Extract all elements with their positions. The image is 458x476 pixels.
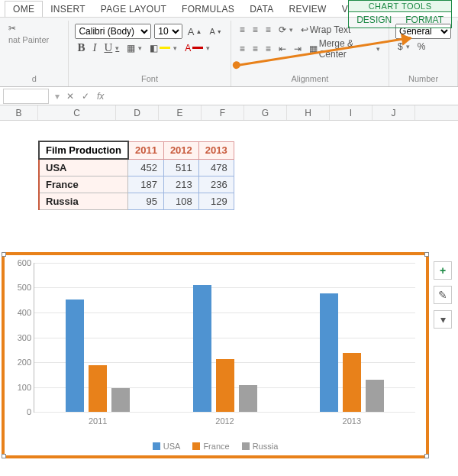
border-button[interactable]: ▦ — [124, 42, 144, 54]
bar-usa[interactable] — [193, 285, 211, 412]
font-color-button[interactable]: A — [182, 42, 212, 54]
align-center-button[interactable]: ≡ — [250, 43, 260, 55]
bar-france[interactable] — [343, 353, 361, 412]
table-row[interactable]: USA 452 511 478 — [39, 159, 234, 176]
resize-handle[interactable] — [424, 454, 429, 458]
chart-styles-button[interactable]: ✎ — [434, 286, 452, 304]
row-label-0[interactable]: USA — [39, 159, 128, 176]
format-painter-label[interactable]: nat Painter — [6, 34, 51, 45]
align-left-button[interactable]: ≡ — [237, 43, 247, 55]
cancel-button[interactable]: ✕ — [63, 91, 78, 102]
year-header-1[interactable]: 2012 — [163, 141, 198, 159]
y-tick-label: 0 — [8, 407, 31, 416]
name-box-dropdown[interactable]: ▾ — [52, 91, 63, 102]
underline-button[interactable]: U — [102, 40, 121, 55]
col-F[interactable]: F — [202, 105, 244, 120]
table-corner[interactable]: Film Production — [39, 141, 128, 159]
increase-font-button[interactable]: A▲ — [185, 25, 205, 38]
cell[interactable]: 187 — [128, 176, 163, 193]
legend-label: France — [203, 442, 229, 451]
tab-format[interactable]: FORMAT — [405, 15, 443, 25]
cell[interactable]: 213 — [163, 176, 198, 193]
bar-cluster[interactable] — [320, 293, 384, 412]
bar-usa[interactable] — [320, 293, 338, 412]
gridline — [34, 263, 415, 264]
bold-button[interactable]: B — [75, 40, 87, 55]
bar-cluster[interactable] — [66, 300, 130, 412]
cell[interactable]: 452 — [128, 159, 163, 176]
col-I[interactable]: I — [330, 105, 373, 120]
tab-page-layout[interactable]: PAGE LAYOUT — [93, 2, 174, 17]
table-row[interactable]: France 187 213 236 — [39, 176, 234, 193]
chart-side-buttons: + ✎ ▾ — [434, 261, 452, 329]
year-header-0[interactable]: 2011 — [128, 141, 163, 159]
name-box[interactable] — [3, 89, 49, 104]
col-J[interactable]: J — [373, 105, 415, 120]
cell[interactable]: 478 — [198, 159, 234, 176]
align-bottom-button[interactable]: ≡ — [263, 24, 273, 36]
group-number-label: Number — [395, 73, 451, 85]
cell[interactable]: 108 — [163, 193, 198, 210]
bar-france[interactable] — [89, 365, 107, 412]
legend-label: Russia — [253, 442, 279, 451]
col-H[interactable]: H — [287, 105, 330, 120]
cell[interactable]: 236 — [198, 176, 234, 193]
bar-russia[interactable] — [366, 380, 384, 412]
tab-formulas[interactable]: FORMULAS — [174, 2, 242, 17]
col-B[interactable]: B — [0, 105, 38, 120]
percent-button[interactable]: % — [415, 40, 428, 53]
decrease-font-button[interactable]: A▼ — [207, 26, 224, 37]
col-C[interactable]: C — [38, 105, 116, 120]
x-tick-label: 2011 — [89, 416, 107, 426]
enter-button[interactable]: ✓ — [78, 91, 93, 102]
row-label-1[interactable]: France — [39, 176, 128, 193]
fx-button[interactable]: fx — [93, 91, 108, 102]
align-top-button[interactable]: ≡ — [237, 24, 247, 36]
tab-design[interactable]: DESIGN — [356, 15, 392, 25]
chart-legend[interactable]: USA France Russia — [5, 442, 426, 451]
chart-filter-button[interactable]: ▾ — [434, 310, 452, 329]
chart-object[interactable]: 0100200300400500600201120122013 USA Fran… — [2, 252, 429, 458]
column-headers: B C D E F G H I J — [0, 105, 458, 121]
plot-area[interactable]: 0100200300400500600201120122013 — [34, 263, 415, 413]
font-size-select[interactable]: 10 — [154, 24, 182, 39]
italic-button[interactable]: I — [90, 40, 98, 55]
decrease-indent-button[interactable]: ⇤ — [276, 43, 289, 55]
bar-france[interactable] — [216, 359, 234, 412]
resize-handle[interactable] — [2, 454, 6, 458]
wrap-text-button[interactable]: ↩ Wrap Text — [298, 24, 353, 36]
tab-insert[interactable]: INSERT — [43, 2, 93, 17]
resize-handle[interactable] — [424, 252, 429, 257]
col-E[interactable]: E — [159, 105, 202, 120]
align-right-button[interactable]: ≡ — [263, 43, 273, 55]
tab-data[interactable]: DATA — [242, 2, 281, 17]
tab-home[interactable]: OME — [5, 1, 43, 17]
bar-russia[interactable] — [239, 385, 257, 412]
year-header-2[interactable]: 2013 — [198, 141, 234, 159]
col-G[interactable]: G — [244, 105, 287, 120]
bar-russia[interactable] — [111, 388, 130, 412]
legend-swatch-usa — [153, 442, 160, 450]
tab-review[interactable]: REVIEW — [282, 2, 334, 17]
table-row[interactable]: Russia 95 108 129 — [39, 193, 234, 210]
cell[interactable]: 129 — [198, 193, 234, 210]
fill-color-button[interactable]: ◧ — [147, 42, 179, 54]
chart-add-element-button[interactable]: + — [434, 261, 452, 280]
resize-handle[interactable] — [2, 252, 6, 257]
data-table[interactable]: Film Production 2011 2012 2013 USA 452 5… — [38, 141, 234, 210]
cell[interactable]: 511 — [163, 159, 198, 176]
formula-input[interactable] — [108, 89, 458, 104]
legend-swatch-france — [192, 442, 200, 450]
y-tick-label: 100 — [8, 383, 31, 392]
x-tick-label: 2012 — [215, 416, 234, 426]
font-name-select[interactable]: Calibri (Body) — [75, 24, 151, 39]
orientation-button[interactable]: ⟳ — [276, 24, 295, 36]
cell[interactable]: 95 — [128, 193, 163, 210]
bar-cluster[interactable] — [193, 285, 257, 412]
col-D[interactable]: D — [116, 105, 159, 120]
bar-usa[interactable] — [66, 300, 84, 412]
row-label-2[interactable]: Russia — [39, 193, 128, 210]
worksheet[interactable]: Film Production 2011 2012 2013 USA 452 5… — [0, 121, 458, 210]
format-painter-button[interactable]: ✂ — [6, 22, 18, 34]
align-middle-button[interactable]: ≡ — [250, 24, 260, 36]
